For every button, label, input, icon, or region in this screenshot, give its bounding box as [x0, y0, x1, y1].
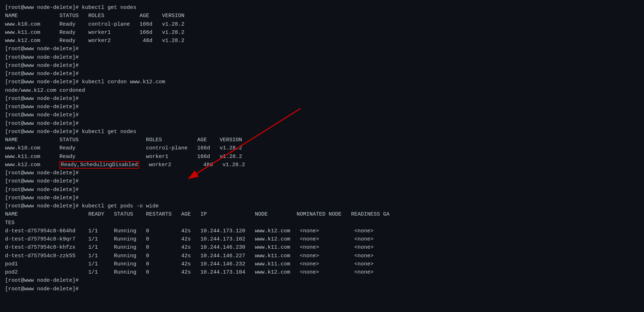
line-3: www.k10.com Ready control-plane 166d v1.…	[5, 20, 639, 28]
line-31: d-test-d757954c8-zzk55 1/1 Running 0 42s…	[5, 252, 639, 260]
line-1: [root@www node-delete]# kubectl get node…	[5, 4, 639, 12]
line-6: [root@www node-delete]#	[5, 45, 639, 53]
line-29: d-test-d757954c8-k9qr7 1/1 Running 0 42s…	[5, 235, 639, 243]
line-33: pod2 1/1 Running 0 42s 10.244.173.104 ww…	[5, 268, 639, 276]
terminal-window: [root@www node-delete]# kubectl get node…	[5, 4, 639, 293]
line-19: www.k11.com Ready worker1 166d v1.28.2	[5, 153, 639, 161]
line-32: pod1 1/1 Running 0 42s 10.244.146.232 ww…	[5, 260, 639, 268]
line-28: d-test-d757954c8-664hd 1/1 Running 0 42s…	[5, 227, 639, 235]
line-10: [root@www node-delete]# kubectl cordon w…	[5, 78, 639, 86]
line-8: [root@www node-delete]#	[5, 62, 639, 70]
line-13: [root@www node-delete]#	[5, 103, 639, 111]
line-26: NAME READY STATUS RESTARTS AGE IP NODE N…	[5, 210, 639, 218]
line-4: www.k11.com Ready worker1 166d v1.28.2	[5, 28, 639, 37]
line-11: node/www.k12.com cordoned	[5, 86, 639, 95]
line-34: [root@www node-delete]#	[5, 276, 639, 285]
line-20: www.k12.com Ready,SchedulingDisabled wor…	[5, 161, 639, 169]
line-25: [root@www node-delete]# kubectl get pods…	[5, 202, 639, 210]
line-35: [root@www node-delete]#	[5, 285, 639, 293]
line-24: [root@www node-delete]#	[5, 194, 639, 202]
line-12: [root@www node-delete]#	[5, 95, 639, 103]
line-7: [root@www node-delete]#	[5, 53, 639, 62]
line-15: [root@www node-delete]#	[5, 120, 639, 128]
line-18: www.k10.com Ready control-plane 166d v1.…	[5, 144, 639, 152]
line-27: TES	[5, 219, 639, 227]
line-30: d-test-d757954c8-khfzx 1/1 Running 0 42s…	[5, 243, 639, 252]
line-21: [root@www node-delete]#	[5, 169, 639, 177]
line-16: [root@www node-delete]# kubectl get node…	[5, 128, 639, 136]
line-2: NAME STATUS ROLES AGE VERSION	[5, 12, 639, 20]
scheduling-disabled-highlight: Ready,SchedulingDisabled	[59, 161, 139, 169]
line-9: [root@www node-delete]#	[5, 70, 639, 78]
line-17: NAME STATUS ROLES AGE VERSION	[5, 136, 639, 144]
line-22: [root@www node-delete]#	[5, 177, 639, 185]
line-5: www.k12.com Ready worker2 48d v1.28.2	[5, 37, 639, 45]
line-23: [root@www node-delete]#	[5, 186, 639, 194]
line-14: [root@www node-delete]#	[5, 111, 639, 119]
